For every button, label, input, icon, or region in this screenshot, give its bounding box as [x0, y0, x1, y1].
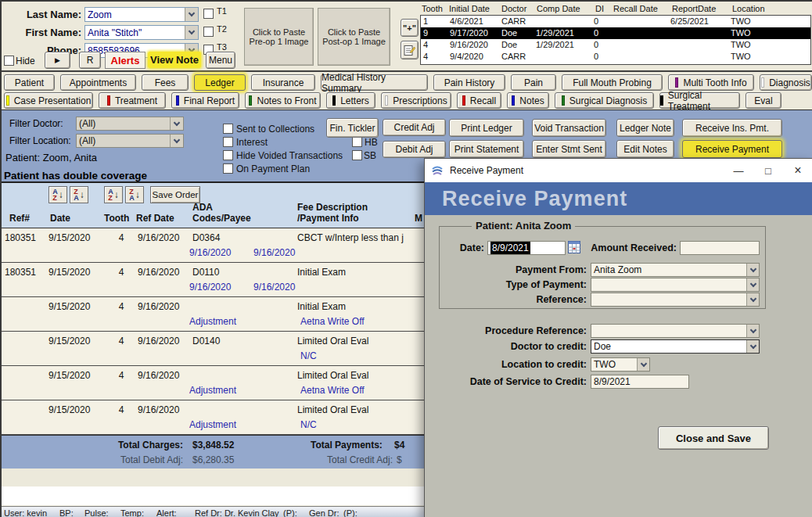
tab-full-mouth-probing[interactable]: Full Mouth Probing — [562, 74, 663, 91]
close-and-save-button[interactable]: Close and Save — [658, 426, 769, 450]
chevron-down-icon[interactable] — [746, 264, 759, 276]
tab-ledger[interactable]: Ledger — [194, 74, 246, 91]
chevron-down-icon[interactable] — [637, 358, 649, 371]
alerts-button[interactable]: Alerts — [105, 52, 146, 69]
dialog-titlebar[interactable]: Receive Payment — □ × — [425, 159, 812, 182]
t1-checkbox[interactable] — [203, 9, 214, 19]
print-ledger-button[interactable]: Print Ledger — [449, 119, 524, 137]
receive-payment-button[interactable]: Receive Payment — [682, 140, 782, 158]
ledger-row[interactable]: 1803519/15/202049/16/2020D0364CBCT w/Int… — [2, 228, 424, 263]
dialog-patient-label: Patient: Anita Zoom — [472, 220, 575, 232]
procedure-reference-combo[interactable] — [591, 324, 760, 338]
filter-location-combo[interactable]: (All) — [76, 134, 184, 148]
tab-fees[interactable]: Fees — [142, 74, 189, 91]
debit-adj-button[interactable]: Debit Adj — [383, 141, 446, 158]
tab-pain-history[interactable]: Pain History — [433, 74, 505, 91]
expand-button[interactable]: ▶ — [45, 52, 70, 69]
date-input[interactable]: 8/9/2021 — [487, 241, 566, 255]
chevron-down-icon[interactable] — [746, 293, 759, 306]
doctor-to-credit-combo[interactable]: Doe — [591, 339, 760, 354]
void-transaction-button[interactable]: Void Transaction — [532, 119, 606, 137]
ledger-note-button[interactable]: Ledger Note — [616, 119, 674, 137]
table-row-selected[interactable]: 99/17/2020Doe1/29/20210TWO — [421, 27, 810, 39]
tab-insurance[interactable]: Insurance — [251, 74, 315, 91]
fin-tickler-button[interactable]: Fin. Tickler — [326, 118, 379, 138]
menu-button[interactable]: Menu — [206, 52, 235, 69]
tab-notes[interactable]: Notes — [507, 92, 549, 109]
reference-combo[interactable] — [591, 293, 760, 307]
chevron-down-icon[interactable] — [170, 135, 183, 147]
tab-final-report[interactable]: Final Report — [171, 92, 239, 109]
edit-note-button[interactable] — [401, 41, 419, 59]
sb-checkbox[interactable] — [352, 150, 362, 160]
amount-received-input[interactable] — [680, 241, 760, 255]
col-date: Date — [50, 213, 70, 224]
ledger-row[interactable]: 9/15/202049/16/2020Limited Oral Eval Adj… — [2, 400, 424, 435]
tab-letters[interactable]: Letters — [326, 92, 375, 109]
preop-image-placeholder[interactable]: Click to Paste Pre-op 1 Image — [244, 8, 314, 66]
hide-voided-checkbox[interactable] — [223, 150, 233, 160]
hide-checkbox[interactable] — [4, 56, 14, 66]
minimize-icon[interactable]: — — [724, 159, 753, 182]
tab-surgical-diagnosis[interactable]: Surgical Diagnosis — [555, 92, 654, 109]
tab-appointments[interactable]: Appointments — [60, 74, 136, 91]
tab-pain[interactable]: Pain — [511, 74, 556, 91]
credit-adj-button[interactable]: Credit Adj — [383, 119, 446, 136]
tab-case-presentation[interactable]: Case Presentation — [4, 92, 93, 109]
sort-az-ascending-button-2[interactable]: AZ↓ — [104, 186, 123, 203]
type-of-payment-label: Type of Payment: — [472, 279, 587, 290]
chevron-down-icon[interactable] — [185, 8, 198, 21]
chevron-down-icon[interactable] — [185, 26, 198, 39]
view-note-label: View Note — [150, 54, 199, 66]
payment-from-combo[interactable]: Anita Zoom — [591, 263, 760, 277]
sort-az-ascending-button[interactable]: AZ↓ — [49, 186, 67, 203]
tab-diagnosis[interactable]: Diagnosis — [760, 74, 812, 91]
tab-recall[interactable]: Recall — [457, 92, 501, 109]
postop-image-placeholder[interactable]: Click to Paste Post-op 1 Image — [318, 8, 390, 66]
table-row[interactable]: 49/4/2020CARR0TWO — [421, 51, 810, 63]
on-payment-plan-checkbox[interactable] — [223, 163, 233, 174]
type-of-payment-combo[interactable] — [591, 278, 760, 292]
tab-patient[interactable]: Patient — [4, 74, 55, 91]
print-statement-button[interactable]: Print Statement — [449, 140, 524, 158]
ledger-row[interactable]: 1803519/15/202049/16/2020D0110Initial Ex… — [2, 263, 424, 297]
r-button[interactable]: R — [79, 52, 101, 69]
receive-ins-pmt-button[interactable]: Receive Ins. Pmt. — [682, 119, 782, 137]
sent-to-collections-checkbox[interactable] — [223, 124, 233, 134]
t2-checkbox[interactable] — [203, 27, 214, 37]
date-of-service-input[interactable]: 8/9/2021 — [591, 375, 689, 389]
first-name-combo[interactable]: Anita "Stitch" — [84, 25, 199, 40]
tab-eval[interactable]: Eval — [746, 92, 781, 109]
chevron-down-icon[interactable] — [170, 117, 183, 130]
chevron-down-icon[interactable] — [746, 325, 759, 337]
tab-prescriptions[interactable]: Prescriptions — [381, 92, 451, 109]
maximize-icon[interactable]: □ — [753, 159, 783, 182]
add-tooth-button[interactable]: "+" — [401, 19, 419, 37]
ledger-row[interactable]: 9/15/202049/16/2020Initial Exam Adjustme… — [2, 297, 424, 332]
save-order-button[interactable]: Save Order — [150, 186, 200, 203]
interest-checkbox[interactable] — [223, 137, 233, 147]
tab-multi-tooth-info[interactable]: Multi Tooth Info — [668, 74, 754, 91]
ledger-row[interactable]: 9/15/202049/16/2020Limited Oral Eval Adj… — [2, 366, 424, 400]
view-note-button[interactable]: View Note — [148, 52, 201, 68]
calendar-icon[interactable] — [568, 241, 580, 253]
tab-medical-history-summary[interactable]: Medical History Summary — [321, 74, 428, 91]
close-icon[interactable]: × — [783, 159, 812, 182]
last-name-combo[interactable]: Zoom — [84, 7, 199, 22]
table-row[interactable]: 49/16/2020Doe1/29/20210TWO — [421, 39, 810, 51]
table-row[interactable]: 14/6/2021CARR06/25/2021TWO — [421, 16, 810, 27]
enter-stmt-sent-button[interactable]: Enter Stmt Sent — [532, 140, 606, 158]
edit-notes-button[interactable]: Edit Notes — [616, 140, 674, 158]
hb-checkbox[interactable] — [352, 137, 362, 147]
tab-notes-to-front[interactable]: Notes to Front — [245, 92, 321, 109]
alerts-label: Alerts — [111, 55, 140, 66]
ledger-row[interactable]: 9/15/202049/16/2020D0140Limited Oral Eva… — [2, 332, 424, 366]
sort-za-descending-button[interactable]: ZA↓ — [70, 186, 88, 203]
location-to-credit-combo[interactable]: TWO — [591, 357, 650, 372]
chevron-down-icon[interactable] — [746, 278, 759, 291]
sort-za-descending-button-2[interactable]: ZA↓ — [125, 186, 144, 203]
tab-treatment[interactable]: Treatment — [99, 92, 166, 109]
chevron-down-icon[interactable] — [746, 340, 759, 353]
filter-doctor-combo[interactable]: (All) — [76, 117, 184, 131]
tab-surgical-treatment[interactable]: Surgical Treatment — [659, 92, 740, 109]
